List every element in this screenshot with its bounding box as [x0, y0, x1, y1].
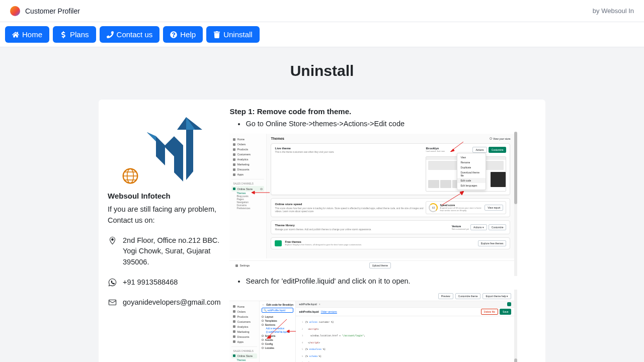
svg-line-11 [442, 192, 463, 205]
step1-item2: Search for 'editProfile.liquid' and clic… [246, 276, 536, 286]
trash-icon [213, 31, 220, 38]
contact-email: goyanidevelopers@gmail.com [108, 297, 220, 308]
company-logo-icon [142, 107, 207, 188]
screenshot-editor: Preview Customize theme Export theme hel… [229, 292, 514, 362]
question-icon [170, 31, 177, 38]
company-blurb: If you are still facing any problem, Con… [108, 204, 220, 226]
instructions-main: Step 1: Remove code from theme. Go to On… [229, 107, 536, 362]
content-card: Websoul Infotech If you are still facing… [99, 100, 545, 362]
svg-rect-6 [109, 300, 116, 305]
dollar-icon [60, 31, 67, 38]
nav-plans-button[interactable]: Plans [53, 26, 96, 43]
envelope-icon [108, 298, 117, 307]
contact-address: 2nd Floor, Office no.212 BBC. Yogi Chowk… [108, 235, 220, 268]
app-logo-icon [10, 6, 20, 16]
screenshot-themes: Home Orders Products Customers Analytics… [229, 134, 514, 271]
company-sidebar: Websoul Infotech If you are still facing… [108, 107, 220, 362]
step1-item1: Go to Online Store->themes->Actions->Edi… [246, 119, 536, 129]
svg-line-13 [268, 319, 287, 337]
svg-marker-12 [460, 191, 464, 195]
map-pin-icon [108, 236, 117, 245]
nav-help-button[interactable]: Help [163, 26, 203, 43]
page-title: Uninstall [0, 62, 644, 79]
svg-point-5 [111, 238, 113, 240]
step1-title: Step 1: Remove code from theme. [229, 107, 536, 116]
contact-phone: +91 9913588468 [108, 277, 220, 288]
nav-uninstall-button[interactable]: Uninstall [206, 26, 260, 43]
phone-icon [107, 31, 114, 38]
svg-marker-8 [252, 191, 255, 194]
app-credit: by Websoul In [593, 7, 634, 15]
svg-marker-16 [287, 330, 289, 333]
svg-marker-14 [267, 335, 271, 338]
globe-icon [121, 166, 140, 186]
company-name: Websoul Infotech [108, 192, 220, 200]
nav-home-button[interactable]: Home [5, 26, 49, 43]
whatsapp-icon [108, 278, 117, 287]
nav-bar: Home Plans Contact us Help Uninstall [0, 22, 644, 47]
app-header: Customer Profiler by Websoul In [0, 0, 644, 22]
home-icon [12, 31, 19, 38]
nav-contact-button[interactable]: Contact us [100, 26, 160, 43]
app-title: Customer Profiler [25, 7, 80, 15]
